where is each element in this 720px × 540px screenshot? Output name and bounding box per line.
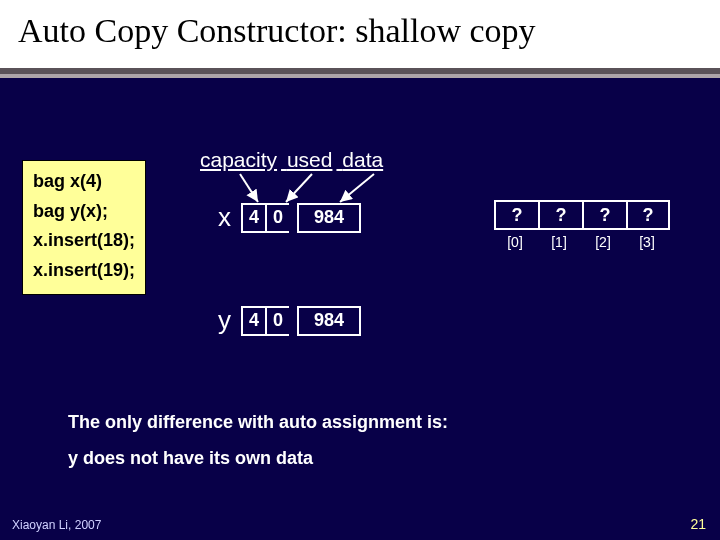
label-used: used xyxy=(287,148,333,171)
x-data-ptr: 984 xyxy=(297,203,361,233)
code-line-3: x.insert(18); xyxy=(33,226,135,256)
footer-page: 21 xyxy=(690,516,706,532)
svg-line-0 xyxy=(240,174,258,202)
label-capacity: capacity xyxy=(200,148,277,171)
note-line-2: y does not have its own data xyxy=(68,448,313,469)
label-data: data xyxy=(342,148,383,171)
var-x: x xyxy=(218,202,231,233)
note-line-1: The only difference with auto assignment… xyxy=(68,412,448,433)
y-used: 0 xyxy=(265,306,289,336)
y-capacity: 4 xyxy=(241,306,265,336)
idx-3: [3] xyxy=(626,234,670,250)
idx-1: [1] xyxy=(538,234,582,250)
array-cells: ? ? ? ? xyxy=(494,200,670,230)
slide-title: Auto Copy Constructor: shallow copy xyxy=(18,12,702,50)
array-cell-3: ? xyxy=(626,200,670,230)
var-y: y xyxy=(218,305,231,336)
x-used: 0 xyxy=(265,203,289,233)
y-data-ptr: 984 xyxy=(297,306,361,336)
x-capacity: 4 xyxy=(241,203,265,233)
svg-line-2 xyxy=(340,174,374,202)
array-indices: [0] [1] [2] [3] xyxy=(494,234,670,250)
code-line-4: x.insert(19); xyxy=(33,256,135,286)
title-area: Auto Copy Constructor: shallow copy xyxy=(0,0,720,68)
array-cell-1: ? xyxy=(538,200,582,230)
svg-line-1 xyxy=(286,174,312,202)
footer-author: Xiaoyan Li, 2007 xyxy=(12,518,101,532)
array-cell-2: ? xyxy=(582,200,626,230)
array-cell-0: ? xyxy=(494,200,538,230)
object-x-row: x 4 0 984 xyxy=(218,202,361,233)
idx-0: [0] xyxy=(494,234,538,250)
code-box: bag x(4) bag y(x); x.insert(18); x.inser… xyxy=(22,160,146,295)
y-cells: 4 0 984 xyxy=(241,306,361,336)
code-line-2: bag y(x); xyxy=(33,197,135,227)
x-cells: 4 0 984 xyxy=(241,203,361,233)
code-line-1: bag x(4) xyxy=(33,167,135,197)
field-labels: capacity used data xyxy=(200,148,387,172)
band-mid xyxy=(0,74,720,78)
idx-2: [2] xyxy=(582,234,626,250)
object-y-row: y 4 0 984 xyxy=(218,305,361,336)
heap-array: ? ? ? ? [0] [1] [2] [3] xyxy=(494,200,670,250)
